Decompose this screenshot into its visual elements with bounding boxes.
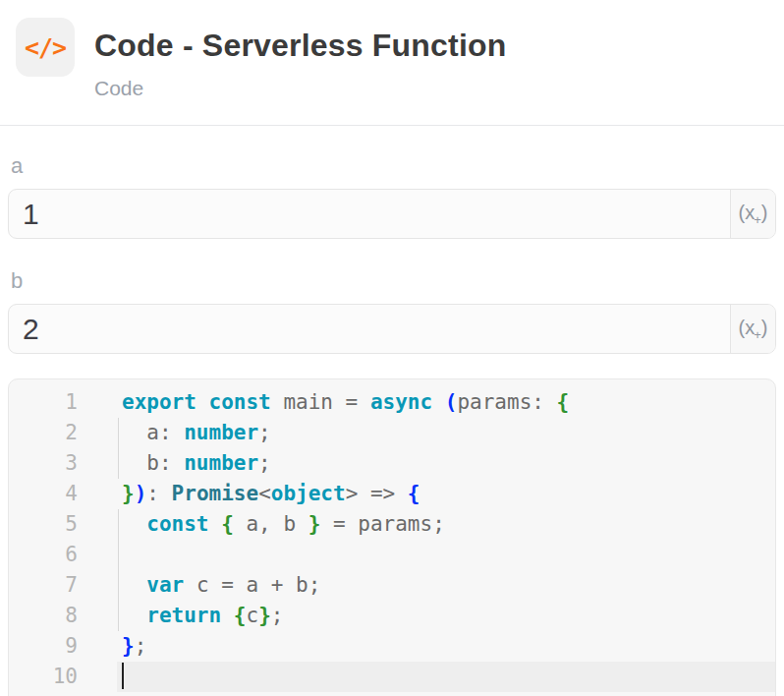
step-header: </> Code - Serverless Function Code (0, 0, 784, 126)
line-number: 3 (9, 448, 78, 479)
page-title: Code - Serverless Function (94, 28, 507, 64)
code-line[interactable]: 2 a: number; (9, 418, 775, 448)
code-line[interactable]: 1export const main = async (params: { (9, 387, 775, 418)
field-a: a 1 (x+) (8, 153, 776, 239)
line-number: 4 (9, 479, 78, 509)
code-line[interactable]: 6 (9, 540, 775, 570)
code-line-content[interactable] (117, 540, 775, 570)
line-number: 6 (9, 540, 78, 570)
code-line-content[interactable]: b: number; (117, 448, 775, 479)
line-number: 7 (9, 570, 78, 601)
indent-guide (118, 509, 119, 631)
input-b[interactable]: 2 (x+) (8, 304, 776, 354)
code-line[interactable]: 3 b: number; (9, 448, 775, 479)
code-line-content[interactable]: }): Promise<object> => { (117, 479, 775, 509)
line-number: 9 (9, 631, 78, 662)
line-number: 8 (9, 601, 78, 631)
code-line-content[interactable]: a: number; (117, 418, 775, 448)
code-step-icon: </> (16, 18, 75, 77)
code-line[interactable]: 7 var c = a + b; (9, 570, 775, 601)
code-line-content[interactable]: var c = a + b; (117, 570, 775, 601)
field-label-b: b (11, 268, 776, 294)
step-subtitle: Code (94, 77, 143, 100)
code-line[interactable]: 5 const { a, b } = params; (9, 509, 775, 540)
line-number: 1 (9, 387, 78, 418)
code-line[interactable]: 10 (9, 662, 775, 692)
code-editor[interactable]: 1export const main = async (params: {2 a… (8, 378, 776, 696)
code-icon: </> (25, 33, 66, 62)
field-b: b 2 (x+) (8, 268, 776, 354)
line-number: 5 (9, 509, 78, 540)
input-a-value[interactable]: 1 (9, 190, 730, 238)
input-b-value[interactable]: 2 (9, 305, 730, 353)
code-line[interactable]: 8 return {c}; (9, 601, 775, 631)
insert-variable-button-a[interactable]: (x+) (730, 190, 775, 238)
code-lines: 1export const main = async (params: {2 a… (9, 387, 775, 692)
code-line-content[interactable] (117, 662, 775, 692)
code-line-content[interactable]: const { a, b } = params; (117, 509, 775, 540)
indent-guide (118, 418, 119, 479)
variable-icon: (x+) (739, 202, 768, 227)
line-number: 10 (9, 662, 78, 692)
code-line-content[interactable]: }; (117, 631, 775, 662)
code-line[interactable]: 4}): Promise<object> => { (9, 479, 775, 509)
insert-variable-button-b[interactable]: (x+) (730, 305, 775, 353)
code-line-content[interactable]: return {c}; (117, 601, 775, 631)
variable-icon: (x+) (739, 317, 768, 342)
field-label-a: a (11, 153, 776, 179)
text-cursor (122, 663, 124, 689)
line-number: 2 (9, 418, 78, 448)
code-line[interactable]: 9}; (9, 631, 775, 662)
code-line-content[interactable]: export const main = async (params: { (117, 387, 775, 418)
input-a[interactable]: 1 (x+) (8, 189, 776, 239)
